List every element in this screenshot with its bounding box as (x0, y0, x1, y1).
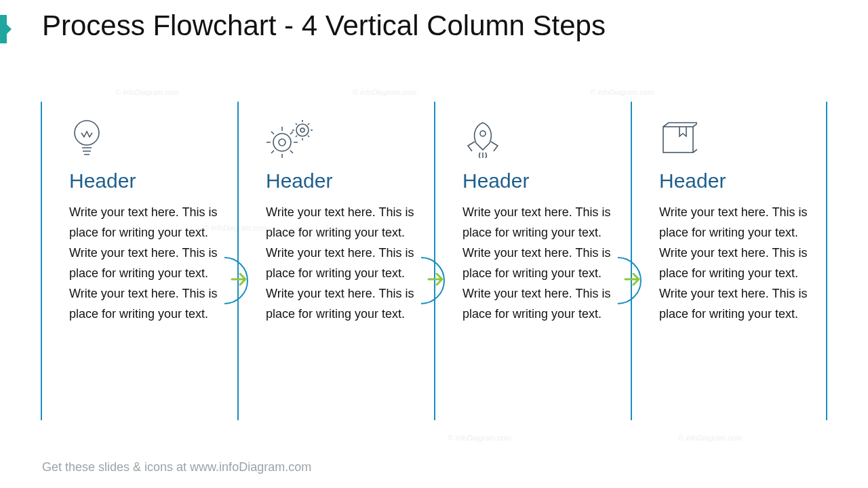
accent-tab (0, 15, 7, 43)
watermark: © infoDiagram.com (115, 88, 179, 96)
step-header: Header (266, 169, 416, 192)
svg-rect-6 (663, 127, 693, 152)
step-body: Write your text here. This is place for … (266, 202, 416, 324)
step-body: Write your text here. This is place for … (659, 202, 808, 324)
svg-point-1 (273, 134, 291, 151)
svg-point-3 (296, 124, 309, 136)
step-column-3: Header Write your text here. This is pla… (434, 102, 631, 420)
flow-arrow-1 (220, 260, 258, 298)
gears-icon (266, 114, 416, 164)
page-title: Process Flowchart - 4 Vertical Column St… (42, 9, 606, 42)
step-column-2: Header Write your text here. This is pla… (237, 102, 434, 420)
arrow-right-icon (427, 271, 445, 290)
svg-point-5 (480, 131, 486, 136)
rocket-icon (462, 114, 613, 164)
step-column-1: Header Write your text here. This is pla… (41, 102, 237, 420)
svg-point-2 (279, 139, 285, 146)
watermark: © infoDiagram.com (203, 224, 267, 232)
svg-point-0 (75, 121, 99, 145)
watermark: © infoDiagram.com (590, 88, 654, 96)
step-header: Header (659, 169, 808, 192)
arrow-right-icon (624, 271, 642, 290)
step-header: Header (69, 169, 220, 192)
box-icon (659, 114, 808, 164)
watermark: © infoDiagram.com (353, 88, 416, 96)
step-body: Write your text here. This is place for … (69, 202, 220, 324)
watermark: © infoDiagram.com (678, 434, 742, 442)
arrow-right-icon (231, 271, 248, 290)
step-header: Header (462, 169, 613, 192)
watermark: © infoDiagram.com (448, 434, 511, 442)
lightbulb-icon (69, 114, 220, 164)
columns-container: Header Write your text here. This is pla… (41, 102, 827, 420)
footer-text: Get these slides & icons at www.infoDiag… (42, 460, 311, 474)
step-body: Write your text here. This is place for … (462, 202, 613, 324)
step-column-4: Header Write your text here. This is pla… (631, 102, 827, 420)
svg-point-4 (300, 128, 304, 132)
flow-arrow-3 (613, 260, 651, 298)
flow-arrow-2 (416, 260, 454, 298)
slide: Process Flowchart - 4 Vertical Column St… (0, 0, 868, 488)
